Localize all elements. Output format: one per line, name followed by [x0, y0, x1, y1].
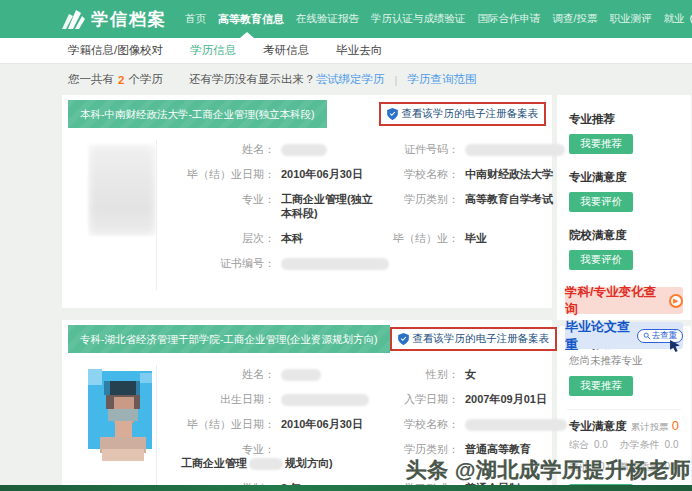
- field-label: 入学日期：: [381, 392, 459, 406]
- field-value: 高等教育自学考试: [465, 192, 553, 220]
- sub-nav: 学籍信息/图像校对 学历信息 考研信息 毕业去向: [0, 38, 692, 64]
- subnav-degree-info[interactable]: 学历信息: [190, 43, 236, 58]
- nav-credential-authentication[interactable]: 学历认证与成绩验证: [371, 12, 466, 26]
- search-icon: [643, 332, 651, 340]
- degree-count: 2: [118, 74, 124, 86]
- nav-higher-education[interactable]: 高等教育信息: [218, 12, 284, 27]
- field-label: 证件号码：: [381, 142, 459, 156]
- view-report-button[interactable]: 查看该学历的电子注册备案表: [379, 102, 547, 126]
- thesis-check-banner[interactable]: 毕业论文查重 去查重: [565, 322, 683, 349]
- toutiao-watermark: 头条 @湖北成学历提升杨老师: [406, 456, 691, 484]
- photo-column: [62, 365, 157, 491]
- field-label: 毕（结）业日期：: [175, 417, 275, 431]
- photo-column: [62, 140, 157, 290]
- active-tab-caret: [240, 32, 254, 38]
- field-label: 专业：: [175, 442, 275, 456]
- field-label: 性别：: [381, 367, 459, 381]
- evaluate-major-button[interactable]: 我要评价: [569, 192, 633, 212]
- redacted-value: [465, 142, 565, 156]
- logo-pages-icon: [60, 8, 86, 30]
- votes-label: 累计投票0: [631, 418, 679, 434]
- query-range-link[interactable]: 学历查询范围: [407, 72, 476, 87]
- redacted-value: [281, 392, 369, 406]
- degree-title: 本科-中南财经政法大学-工商企业管理(独立本科段): [68, 100, 327, 128]
- field-label: 学校名称：: [381, 167, 459, 181]
- total-prefix: 您一共有: [68, 72, 114, 87]
- field-label: 姓名：: [175, 367, 275, 381]
- major-recommend-label: 专业推荐: [569, 112, 679, 127]
- redacted-value: [465, 417, 567, 431]
- arrow-circle-icon: ▶: [669, 294, 683, 308]
- field-label: 姓名：: [175, 142, 275, 156]
- field-value: 2010年06月30日: [281, 167, 363, 181]
- main-area: 本科-中南财经政法大学-工商企业管理(独立本科段) 查看该学历的电子注册备案表 …: [0, 95, 692, 491]
- subnav-postgraduate-info[interactable]: 考研信息: [263, 43, 309, 58]
- view-report-label: 查看该学历的电子注册备案表: [402, 107, 539, 121]
- nav-home[interactable]: 首页: [185, 12, 206, 26]
- nav-international-cooperation[interactable]: 国际合作申请: [478, 12, 541, 26]
- redacted-value: [281, 142, 327, 156]
- field-label: 学校名称：: [381, 417, 459, 431]
- field-value-partially-redacted: 工商企业管理规划方向): [181, 456, 333, 470]
- field-label: 学历类别：: [381, 192, 459, 220]
- view-report-label: 查看该学历的电子注册备案表: [413, 332, 550, 346]
- card-head: 专科-湖北省经济管理干部学院-工商企业管理(企业资源规划方向) 查看该学历的电子…: [62, 320, 552, 353]
- field-value: 中南财经政法大学: [465, 167, 553, 181]
- nav-career-test[interactable]: 职业测评: [609, 12, 651, 26]
- field-value: 本科: [281, 231, 303, 245]
- major-satisfaction-label: 专业满意度: [569, 170, 679, 185]
- evaluate-school-button[interactable]: 我要评价: [569, 250, 633, 270]
- field-value: 2010年06月30日: [281, 417, 363, 431]
- sidebar-panel-bachelor: 专业推荐 我要推荐 专业满意度 我要评价 院校满意度 我要评价 学科/专业变化查…: [557, 95, 691, 320]
- nav-employment[interactable]: 就业: [663, 12, 684, 26]
- subnav-student-status[interactable]: 学籍信息/图像校对: [68, 43, 163, 58]
- shield-icon: [398, 333, 409, 345]
- top-header: 学信档案 首页 高等教育信息 在线验证报告 学历认证与成绩验证 国际合作申请 调…: [0, 0, 692, 38]
- bottom-green-bar: [0, 485, 692, 491]
- degree-card-bachelor: 本科-中南财经政法大学-工商企业管理(独立本科段) 查看该学历的电子注册备案表 …: [62, 95, 552, 308]
- student-photo-pixelated: [88, 369, 156, 461]
- field-label: 证书编号：: [175, 256, 275, 270]
- cursor-hand-icon: [669, 339, 682, 352]
- recommend-button[interactable]: 我要推荐: [569, 134, 633, 154]
- view-report-button[interactable]: 查看该学历的电子注册备案表: [390, 327, 558, 351]
- total-suffix: 个学历: [128, 72, 163, 87]
- field-label: 毕（结）业日期：: [175, 167, 275, 181]
- nav-online-verification[interactable]: 在线验证报告: [296, 12, 359, 26]
- major-satisfaction-label: 专业满意度: [569, 419, 627, 434]
- field-label: 出生日期：: [175, 392, 275, 406]
- subnav-graduation-destination[interactable]: 毕业去向: [336, 43, 382, 58]
- card-head: 本科-中南财经政法大学-工商企业管理(独立本科段) 查看该学历的电子注册备案表: [62, 95, 552, 128]
- field-value: 2007年09月01日: [465, 392, 547, 406]
- missing-degree-hint: 还有学历没有显示出来？: [189, 72, 316, 87]
- field-value: 工商企业管理(独立本科段): [281, 192, 381, 220]
- metric-conditions: 办学条件0.0: [620, 438, 679, 452]
- redacted-value: [281, 367, 321, 381]
- main-nav: 首页 高等教育信息 在线验证报告 学历认证与成绩验证 国际合作申请 调查/投票 …: [185, 12, 684, 27]
- field-value: 女: [465, 367, 476, 381]
- no-recommend-text: 您尚未推荐专业: [569, 354, 679, 368]
- nav-survey-vote[interactable]: 调查/投票: [553, 12, 598, 26]
- banner-red-label: 学科/专业变化查询: [565, 284, 666, 318]
- separator: |: [394, 74, 397, 86]
- right-sidebar: 专业推荐 我要推荐 专业满意度 我要评价 院校满意度 我要评价 学科/专业变化查…: [557, 95, 691, 491]
- card-body: 姓名： 证件号码： 毕（结）业日期：2010年06月30日 学校名称：中南财经政…: [62, 128, 552, 296]
- recommend-button[interactable]: 我要推荐: [569, 376, 633, 396]
- votes-count: 0: [672, 418, 679, 433]
- redacted-value: [281, 256, 389, 270]
- field-label: 毕（结）业：: [381, 231, 459, 245]
- banner-blue-label: 毕业论文查重: [565, 318, 634, 354]
- site-logo[interactable]: 学信档案: [60, 8, 167, 31]
- field-label: 专业：: [175, 192, 275, 220]
- degree-summary-bar: 您一共有2个学历 还有学历没有显示出来？ 尝试绑定学历 | 学历查询范围: [0, 64, 692, 95]
- bind-degree-link[interactable]: 尝试绑定学历: [315, 72, 384, 87]
- degree-list: 本科-中南财经政法大学-工商企业管理(独立本科段) 查看该学历的电子注册备案表 …: [62, 95, 552, 491]
- degree-fields: 姓名： 证件号码： 毕（结）业日期：2010年06月30日 学校名称：中南财经政…: [157, 140, 571, 290]
- divider: [567, 409, 681, 410]
- school-satisfaction-label: 院校满意度: [569, 228, 679, 243]
- major-change-query-banner[interactable]: 学科/专业变化查询 ▶: [565, 287, 683, 314]
- field-value: 毕业: [465, 231, 487, 245]
- shield-icon: [387, 108, 398, 120]
- metric-overall: 综合0.0: [569, 438, 620, 452]
- degree-title: 专科-湖北省经济管理干部学院-工商企业管理(企业资源规划方向): [68, 325, 390, 353]
